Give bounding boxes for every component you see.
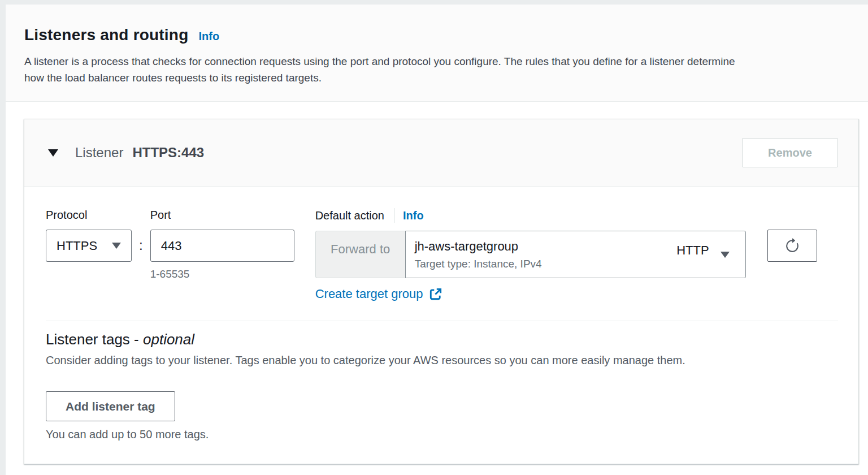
section-header: Listeners and routing Info A listener is… <box>6 5 868 102</box>
tags-footer: You can add up to 50 more tags. <box>46 428 838 441</box>
protocol-label: Protocol <box>46 208 132 222</box>
section-description-line1: A listener is a process that checks for … <box>24 53 849 70</box>
target-group-name: jh-aws-targetgroup <box>415 239 542 254</box>
target-group-select[interactable]: jh-aws-targetgroup Target type: Instance… <box>405 231 746 278</box>
refresh-column <box>767 208 817 262</box>
port-hint: 1-65535 <box>150 268 294 280</box>
remove-listener-button[interactable]: Remove <box>742 138 838 167</box>
section-description: A listener is a process that checks for … <box>24 53 849 86</box>
listener-card: Listener HTTPS:443 Remove Protocol HTTPS… <box>24 119 859 464</box>
listeners-and-routing-panel: Listeners and routing Info A listener is… <box>6 5 868 475</box>
page-title: Listeners and routing <box>24 26 188 44</box>
listener-title-label: Listener <box>75 145 123 161</box>
create-target-group-link[interactable]: Create target group <box>315 287 747 301</box>
listener-protocol-port: HTTPS:443 <box>132 145 204 161</box>
chevron-down-icon <box>112 243 121 249</box>
forward-to-box: Forward to <box>315 231 406 278</box>
chevron-down-icon <box>721 252 730 258</box>
protocol-field: Protocol HTTPS <box>46 208 132 262</box>
section-divider <box>46 321 838 321</box>
target-group-detail: Target type: Instance, IPv4 <box>415 258 542 270</box>
tags-heading-optional: optional <box>143 331 194 348</box>
refresh-target-groups-button[interactable] <box>767 230 817 262</box>
tags-description: Consider adding tags to your listener. T… <box>46 354 838 367</box>
external-link-icon <box>429 287 442 301</box>
port-colon-separator: : <box>139 238 143 253</box>
port-label: Port <box>150 208 294 222</box>
target-group-protocol: HTTP <box>676 243 709 258</box>
tags-heading-main: Listener tags - <box>46 331 143 348</box>
create-target-group-label: Create target group <box>315 287 423 301</box>
protocol-select[interactable]: HTTPS <box>46 230 132 262</box>
port-input[interactable] <box>150 230 294 262</box>
protocol-selected-value: HTTPS <box>57 239 97 253</box>
port-field: Port 1-65535 <box>150 208 294 280</box>
collapse-caret-icon[interactable] <box>48 149 58 157</box>
refresh-icon <box>784 238 800 254</box>
add-listener-tag-button[interactable]: Add listener tag <box>46 391 175 421</box>
tags-heading: Listener tags - optional <box>46 331 838 348</box>
section-info-link[interactable]: Info <box>198 30 219 43</box>
listener-card-header: Listener HTTPS:443 Remove <box>24 119 858 187</box>
listener-card-body: Protocol HTTPS : Port 1-65535 Defa <box>24 187 858 464</box>
default-action-info-link[interactable]: Info <box>403 209 424 222</box>
default-action-label: Default action <box>315 209 384 222</box>
label-divider <box>394 208 394 223</box>
default-action-field: Default action Info Forward to jh-aws-ta… <box>315 208 747 301</box>
section-description-line2: how the load balancer routes requests to… <box>24 70 849 86</box>
